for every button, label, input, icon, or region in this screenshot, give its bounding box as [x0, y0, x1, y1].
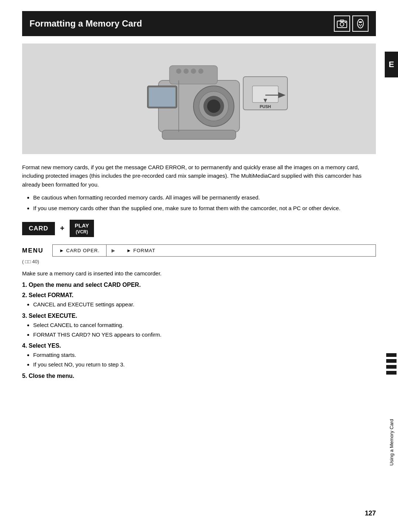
svg-rect-5 [359, 21, 362, 23]
plus-sign: + [60, 224, 64, 233]
step-2-bullets: CANCEL and EXECUTE settings appear. [33, 300, 376, 309]
step-1-num: 1. [22, 282, 27, 288]
play-label: PLAY [75, 222, 89, 229]
page-title: Formatting a Memory Card [29, 18, 142, 29]
main-content: Formatting a Memory Card [22, 0, 376, 379]
step-5-num: 5. [22, 373, 27, 379]
camera-icon [336, 18, 348, 29]
svg-point-4 [357, 19, 363, 28]
page-container: E Using a Memory Card Formatting a Memor… [0, 0, 398, 532]
bullet-item-1: Be cautious when formatting recorded mem… [33, 193, 376, 202]
step-4: 4. Select YES. Formatting starts. If you… [22, 343, 376, 369]
camera-illustration: PUSH [22, 44, 376, 154]
camera-svg: PUSH [88, 47, 310, 150]
menu-arrow: ► [107, 245, 120, 256]
menu-step-2: ► FORMAT [120, 245, 162, 256]
svg-point-1 [340, 22, 344, 26]
step-3: 3. Select EXECUTE. Select CANCEL to canc… [22, 313, 376, 339]
step-3-bullets: Select CANCEL to cancel formatting. FORM… [33, 321, 376, 339]
title-bar: Formatting a Memory Card [22, 11, 376, 36]
step-4-heading: 4. Select YES. [22, 343, 376, 349]
step-2-num: 2. [22, 292, 27, 298]
remote-icon [355, 18, 366, 29]
step-3-num: 3. [22, 313, 27, 319]
step-4-text: Select YES. [29, 343, 61, 349]
svg-point-20 [198, 69, 203, 74]
svg-rect-14 [170, 66, 217, 84]
svg-rect-21 [162, 130, 236, 139]
svg-point-7 [361, 24, 362, 25]
vcr-label: (VCR) [75, 229, 89, 235]
menu-section: MENU ► CARD OPER. ► ► FORMAT [22, 244, 376, 257]
svg-point-8 [360, 25, 361, 27]
card-button[interactable]: CARD [22, 222, 55, 235]
button-row: CARD + PLAY (VCR) [22, 220, 376, 237]
instruction-plain: Make sure a memory card is inserted into… [22, 270, 376, 277]
step-5-text: Close the menu. [29, 373, 74, 379]
step-3-text: Select EXECUTE. [29, 313, 77, 319]
title-icons [334, 15, 369, 32]
page-number: 127 [365, 510, 376, 517]
step-2-bullet-1: CANCEL and EXECUTE settings appear. [33, 300, 376, 309]
step-3-heading: 3. Select EXECUTE. [22, 313, 376, 319]
side-tab-label: E [389, 60, 394, 69]
menu-ref: ( □□ 40) [22, 259, 376, 264]
side-vertical-text: Using a Memory Card [385, 387, 398, 498]
svg-point-6 [359, 24, 360, 25]
side-bar-4 [386, 371, 397, 375]
svg-rect-3 [345, 22, 346, 23]
svg-point-18 [184, 69, 189, 74]
remote-icon-box [352, 15, 369, 32]
step-4-bullets: Formatting starts. If you select NO, you… [33, 351, 376, 369]
side-bar-2 [386, 359, 397, 363]
menu-step-1: ► CARD OPER. [53, 245, 107, 256]
side-text-label: Using a Memory Card [389, 419, 394, 466]
svg-rect-16 [149, 87, 175, 107]
step-4-num: 4. [22, 343, 27, 349]
step-5-heading: 5. Close the menu. [22, 373, 376, 379]
step-2-heading: 2. Select FORMAT. [22, 292, 376, 299]
side-tab-e: E [385, 52, 398, 77]
svg-point-17 [176, 69, 181, 74]
svg-point-13 [207, 100, 220, 113]
side-bars [385, 350, 398, 378]
step-4-bullet-1: Formatting starts. [33, 351, 376, 359]
bullet-list: Be cautious when formatting recorded mem… [33, 193, 376, 213]
step-2: 2. Select FORMAT. CANCEL and EXECUTE set… [22, 292, 376, 309]
side-bar-3 [386, 365, 397, 369]
step-1-text: Open the menu and select CARD OPER. [29, 282, 141, 288]
step-1: 1. Open the menu and select CARD OPER. [22, 282, 376, 288]
step-4-bullet-2: If you select NO, you return to step 3. [33, 360, 376, 369]
step-2-text: Select FORMAT. [29, 292, 74, 298]
menu-label: MENU [22, 247, 43, 254]
svg-point-19 [191, 69, 196, 74]
intro-text: Format new memory cards, if you get the … [22, 163, 376, 189]
step-3-bullet-2: FORMAT THIS CARD? NO YES appears to conf… [33, 330, 376, 339]
menu-steps: ► CARD OPER. ► ► FORMAT [52, 244, 376, 257]
step-5: 5. Close the menu. [22, 373, 376, 379]
side-bar-1 [386, 353, 397, 357]
play-vcr-button[interactable]: PLAY (VCR) [70, 220, 94, 237]
svg-text:PUSH: PUSH [260, 104, 271, 109]
step-1-heading: 1. Open the menu and select CARD OPER. [22, 282, 376, 288]
camera-image-area: PUSH [22, 44, 376, 154]
step-3-bullet-1: Select CANCEL to cancel formatting. [33, 321, 376, 329]
bullet-item-2: If you use memory cards other than the s… [33, 204, 376, 212]
camera-icon-box [334, 15, 350, 32]
